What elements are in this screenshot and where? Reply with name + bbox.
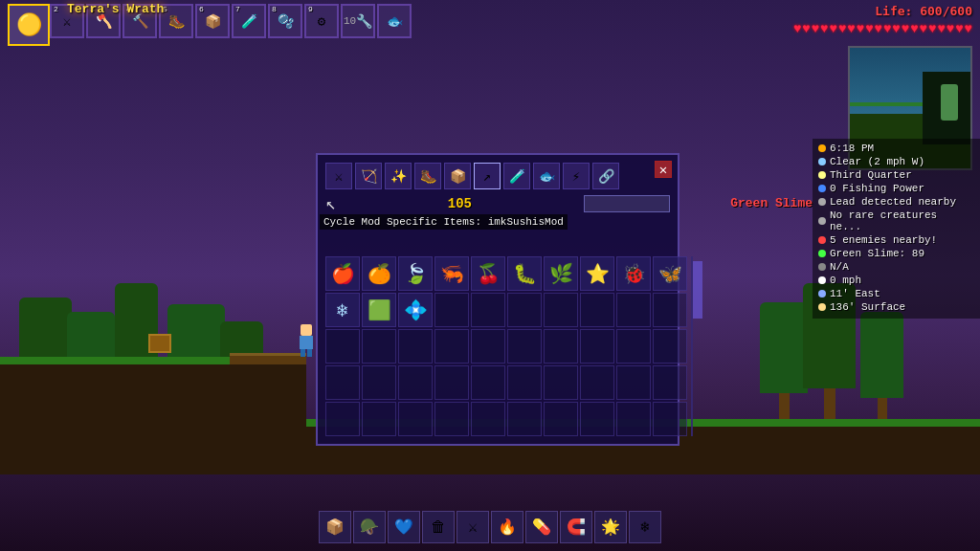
inv-slot-shrimp[interactable]: 🦐 xyxy=(434,256,469,291)
inv-slot-e3-7[interactable] xyxy=(544,329,578,364)
inv-slot-e4-7[interactable] xyxy=(544,365,578,400)
inv-slot-e4-2[interactable] xyxy=(362,365,396,400)
platform xyxy=(230,353,306,364)
inv-slot-empty-5[interactable] xyxy=(580,293,614,327)
bottom-slot-8[interactable]: 🧲 xyxy=(560,511,592,543)
info-weather: Clear (2 mph W) xyxy=(818,156,974,167)
inv-slot-leaf[interactable]: 🍃 xyxy=(398,256,433,291)
hotbar-slot-active[interactable]: 🟡 xyxy=(8,4,50,46)
inv-slot-e4-8[interactable] xyxy=(580,365,614,400)
inv-slot-e5-10[interactable] xyxy=(653,402,687,436)
bottom-slot-1[interactable]: 📦 xyxy=(319,511,351,543)
chest-object[interactable] xyxy=(148,334,171,353)
category-extra2[interactable]: 🔗 xyxy=(592,163,619,189)
inv-slot-e3-10[interactable] xyxy=(653,329,687,364)
inv-slot-empty-3[interactable] xyxy=(507,293,542,327)
inv-slot-e3-5[interactable] xyxy=(471,329,505,364)
info-fishing: 0 Fishing Power xyxy=(818,183,974,194)
inv-slot-e3-9[interactable] xyxy=(616,329,651,364)
category-potion[interactable]: 🧪 xyxy=(503,163,530,189)
inv-slot-e4-3[interactable] xyxy=(398,365,433,400)
surface-dot xyxy=(818,303,826,311)
inv-slot-star[interactable]: ⭐ xyxy=(580,256,614,291)
inv-slot-apple[interactable]: 🍎 xyxy=(325,256,360,291)
inv-slot-orange[interactable]: 🍊 xyxy=(362,256,396,291)
inv-slot-empty-6[interactable] xyxy=(616,293,651,327)
bottom-slot-4[interactable]: 🗑 xyxy=(422,511,455,543)
inv-slot-e5-9[interactable] xyxy=(616,402,651,436)
inv-slot-e4-9[interactable] xyxy=(616,365,651,400)
bottom-slot-2[interactable]: 🪖 xyxy=(353,511,386,543)
inv-slot-e5-6[interactable] xyxy=(507,402,542,436)
inv-slot-e3-8[interactable] xyxy=(580,329,614,364)
hotbar-slot-10[interactable]: 10🔧 xyxy=(341,4,375,38)
inv-slot-e4-4[interactable] xyxy=(434,365,469,400)
category-ranged[interactable]: 🏹 xyxy=(355,163,382,189)
inventory-modal: ✕ ⚔ 🏹 ✨ 🥾 📦 ↗ 🧪 🐟 ⚡ 🔗 ↖ 105 Cycle Mod Sp… xyxy=(316,153,679,446)
inv-slot-e3-3[interactable] xyxy=(398,329,433,364)
bottom-slot-6[interactable]: 🔥 xyxy=(491,511,523,543)
inv-slot-e5-8[interactable] xyxy=(580,402,614,436)
hotbar-slot-9[interactable]: 9⚙ xyxy=(304,4,339,38)
inv-slot-e5-5[interactable] xyxy=(471,402,505,436)
scrollbar-thumb[interactable] xyxy=(693,261,702,319)
items-area: 🍎 🍊 🍃 🦐 🍒 🐛 🌿 ⭐ 🐞 🦋 ❄ 🟩 💠 xyxy=(325,256,670,436)
inv-slot-e5-1[interactable] xyxy=(325,402,360,436)
inv-slot-e5-3[interactable] xyxy=(398,402,433,436)
hotbar-slot-7[interactable]: 7🧪 xyxy=(232,4,266,38)
inv-slot-e4-6[interactable] xyxy=(507,365,542,400)
inv-slot-e5-2[interactable] xyxy=(362,402,396,436)
enemies-dot xyxy=(818,236,826,244)
inv-slot-empty-7[interactable] xyxy=(653,293,687,327)
inv-slot-e3-1[interactable] xyxy=(325,329,360,364)
slime-dot xyxy=(818,250,826,257)
category-fish[interactable]: 🐟 xyxy=(533,163,560,189)
modal-close-button[interactable]: ✕ xyxy=(655,161,672,178)
inv-slot-snowflake[interactable]: ❄ xyxy=(325,293,360,327)
bottom-slot-5[interactable]: ⚔ xyxy=(457,511,489,543)
inv-slot-e4-1[interactable] xyxy=(325,365,360,400)
inv-slot-e4-5[interactable] xyxy=(471,365,505,400)
info-moon: Third Quarter xyxy=(818,169,974,181)
inv-slot-empty-2[interactable] xyxy=(471,293,505,327)
inv-slot-e5-7[interactable] xyxy=(544,402,578,436)
inv-slot-butterfly[interactable]: 🦋 xyxy=(653,256,687,291)
inv-slot-bug[interactable]: 🐛 xyxy=(507,256,542,291)
bottom-slot-10[interactable]: ❄ xyxy=(629,511,661,543)
hotbar-slot-11[interactable]: 🐟 xyxy=(377,4,412,38)
inventory-scrollbar[interactable] xyxy=(691,256,693,436)
bottom-slot-3[interactable]: 💙 xyxy=(388,511,420,543)
info-direction: 11' East xyxy=(818,288,974,299)
hotbar-slot-8[interactable]: 8🫧 xyxy=(268,4,302,38)
search-input[interactable] xyxy=(584,195,670,212)
terrain-left xyxy=(0,360,306,427)
inv-slot-empty-1[interactable] xyxy=(434,293,469,327)
info-surface: 136' Surface xyxy=(818,301,974,313)
inv-slot-e3-2[interactable] xyxy=(362,329,396,364)
items-grid: 🍎 🍊 🍃 🦐 🍒 🐛 🌿 ⭐ 🐞 🦋 ❄ 🟩 💠 xyxy=(325,256,687,436)
inv-slot-gem-green[interactable]: 🟩 xyxy=(362,293,396,327)
category-magic[interactable]: ✨ xyxy=(385,163,412,189)
inv-slot-e3-4[interactable] xyxy=(434,329,469,364)
category-boots[interactable]: 🥾 xyxy=(414,163,441,189)
bottom-slot-7[interactable]: 💊 xyxy=(525,511,558,543)
category-extra1[interactable]: ⚡ xyxy=(563,163,590,189)
cycle-tooltip: Cycle Mod Specific Items: imkSushisMod xyxy=(320,214,568,230)
inv-slot-empty-4[interactable] xyxy=(544,293,578,327)
search-row: ↖ 105 xyxy=(325,193,670,214)
inv-slot-e3-6[interactable] xyxy=(507,329,542,364)
bottom-slot-9[interactable]: 🌟 xyxy=(594,511,627,543)
speed-dot xyxy=(818,276,826,284)
inv-slot-e5-4[interactable] xyxy=(434,402,469,436)
category-chest[interactable]: 📦 xyxy=(444,163,471,189)
inv-slot-ladybug[interactable]: 🐞 xyxy=(616,256,651,291)
info-time: 6:18 PM xyxy=(818,143,974,154)
inv-slot-diamond[interactable]: 💠 xyxy=(398,293,433,327)
enemy-name-label: Green Slime xyxy=(730,196,813,210)
inv-slot-herb[interactable]: 🌿 xyxy=(544,256,578,291)
category-melee[interactable]: ⚔ xyxy=(325,163,352,189)
category-cursor[interactable]: ↗ xyxy=(474,163,501,189)
inv-slot-cherry[interactable]: 🍒 xyxy=(471,256,505,291)
inv-slot-e4-10[interactable] xyxy=(653,365,687,400)
hotbar-slot-6[interactable]: 6📦 xyxy=(195,4,230,38)
